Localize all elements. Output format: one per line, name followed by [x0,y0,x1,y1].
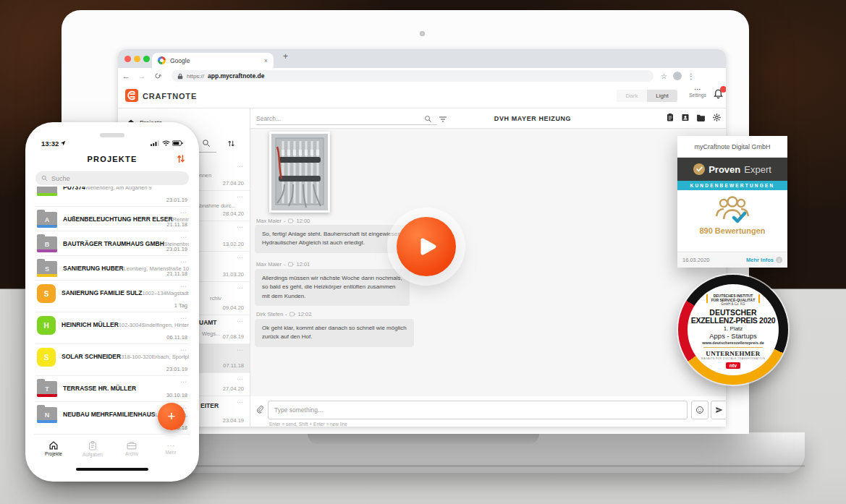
url-bar[interactable]: https:// app.mycraftnote.de [172,70,653,82]
bookmark-star-icon[interactable]: ☆ [661,72,667,80]
smiley-icon [695,406,704,414]
magazine-logo: UNTERNEHMER [706,350,760,357]
institute-line3: GmbH & Co. KG [711,302,755,307]
contacts-icon[interactable] [681,113,690,122]
row-date: 23.04.19 [223,417,244,424]
row-menu-icon[interactable]: ⋯ [156,284,187,289]
project-code: 318-100-320 [121,354,152,360]
phone-statusbar: 13:32 [41,138,183,148]
tab-label: Archiv [125,451,138,456]
emoji-button[interactable] [691,401,708,419]
row-subtitle: rchiv [210,295,221,302]
sort-icon[interactable] [176,153,186,164]
browser-menu-icon[interactable]: ⋮ [688,72,695,80]
row-menu-icon[interactable]: ⋯ [237,398,244,406]
project-title: HEINRICH MÜLLER [62,321,119,328]
project-row[interactable]: S SANIERUNG FAMILIE SULZ1002–134Magstadt… [35,281,189,312]
row-menu-icon[interactable]: ⋯ [156,260,187,264]
message-input[interactable] [268,401,688,419]
search-icon[interactable] [202,139,211,148]
tab-archiv[interactable]: Archiv [112,435,151,463]
traffic-minimize-button[interactable] [134,56,140,62]
project-date: 23.01.19 [156,197,187,203]
row-menu-icon[interactable]: ⋯ [237,254,244,261]
project-row[interactable]: H HEINRICH MÜLLER102-3004Sindelfingen, H… [35,312,189,344]
row-menu-icon[interactable]: ⋯ [237,346,244,354]
row-menu-icon[interactable]: ⋯ [237,193,244,200]
gear-icon[interactable] [712,113,722,122]
row-menu-icon[interactable]: ⋯ [156,235,187,239]
row-menu-icon[interactable]: ⋯ [156,316,187,320]
video-play-button[interactable] [397,217,456,276]
notifications-button[interactable] [713,88,724,101]
row-date: 07.11.18 [223,362,244,369]
project-row[interactable]: A AUßENBELEUCHTUNG HERR ELSERRenningen, … [35,207,189,231]
url-scheme: https:// [187,73,204,80]
row-subtitle: / Abnahme durc... [193,202,236,209]
row-date: 07.08.19 [223,333,244,340]
sort-icon[interactable] [227,139,236,148]
project-date: 06.11.18 [156,334,187,341]
tab-aufgaben[interactable]: Aufgaben [73,435,112,463]
more-info-link[interactable]: Mehr Infosi [746,257,782,263]
forward-button[interactable]: → [134,72,150,80]
cellular-signal-icon [151,140,160,146]
phone-add-project-button[interactable]: + [158,403,185,430]
browser-tab[interactable]: Google × [152,53,274,68]
project-title[interactable]: DVH MAYER HEIZUNG [453,115,612,122]
project-row[interactable]: S SANIERUNG HUBERLeonberg, Marienstraße … [35,256,189,281]
traffic-close-button[interactable] [124,56,131,62]
row-menu-icon[interactable]: ⋯ [156,380,187,384]
traffic-zoom-button[interactable] [143,56,150,62]
files-folder-icon[interactable] [696,114,706,121]
row-menu-icon[interactable]: ⋯ [237,284,244,291]
row-menu-icon[interactable]: ⋯ [237,223,244,231]
reload-button[interactable] [150,72,166,80]
project-date: 1 Tag [156,302,187,309]
award-place: 1. Platz [724,325,743,332]
phone-header: PROJEKTE [35,151,189,167]
chat-photo-message[interactable] [269,132,330,213]
back-button[interactable]: ← [118,72,134,80]
home-indicator[interactable] [76,468,148,471]
project-title: TERRASSE HR. MÜLLER [63,385,136,392]
tab-mehr[interactable]: ⋯ Mehr [151,435,190,463]
settings-dots-icon: ⋯ [687,87,708,93]
laptop-camera [420,31,425,36]
project-row[interactable]: T TERRASSE HR. MÜLLER ⋯30.10.18 [35,376,189,402]
search-icon[interactable] [424,115,432,123]
tab-close-icon[interactable]: × [264,57,268,64]
wifi-icon [162,140,170,146]
phone-search-input[interactable]: Suche [35,171,189,185]
row-date: 13.02.20 [223,241,244,247]
brand-name: CRAFTNOTE [143,92,197,101]
send-button[interactable] [711,401,726,419]
row-menu-icon[interactable]: ⋯ [237,375,244,383]
input-hint: Enter = send, Shift + Enter = new line [269,422,347,427]
project-row[interactable]: S SOLAR SCHNEIDER318-100-320Erbach, Spor… [35,344,189,376]
proven-expert-logo: Proven Expert [677,158,787,181]
row-menu-icon[interactable]: ⋯ [156,348,187,352]
filter-icon[interactable] [439,116,447,123]
settings-button[interactable]: ⋯ Settings [687,87,708,98]
theme-dark-button[interactable]: Dark [617,90,647,102]
theme-light-button[interactable]: Light [647,90,677,102]
row-menu-icon[interactable]: ⋯ [237,163,244,170]
phone-mockup: 13:32 PROJEKTE Suche PU7374Wettenberg, A… [25,122,199,482]
tab-projekte[interactable]: Projekte [34,435,73,463]
new-tab-button[interactable]: + [283,51,288,61]
project-row[interactable]: PU7374Wettenberg, Am Augarten 9 ⋯23.01.1… [35,187,189,207]
search-input[interactable] [256,112,437,125]
app-header: CRAFTNOTE Dark Light ⋯ Settings [118,84,726,108]
tasks-clipboard-icon[interactable] [666,113,674,122]
row-menu-icon[interactable]: ⋯ [237,317,244,325]
proven-expert-card: myCraftnote Digital GmbH Proven Expert K… [677,136,787,268]
row-menu-icon[interactable]: ⋯ [156,210,187,215]
excellence-award-badge: DEUTSCHES INSTITUT FÜR SERVICE-QUALITÄT … [678,275,788,385]
theme-toggle: Dark Light [617,90,677,102]
profile-avatar[interactable] [673,72,682,80]
message-meta: Max Maier- 12:01 [256,261,310,268]
send-icon [715,406,724,414]
attachment-paperclip-icon[interactable] [255,405,264,415]
project-row[interactable]: B BAUTRÄGER TRAUMHAUS GMBHSteinenbronn, … [35,231,189,256]
